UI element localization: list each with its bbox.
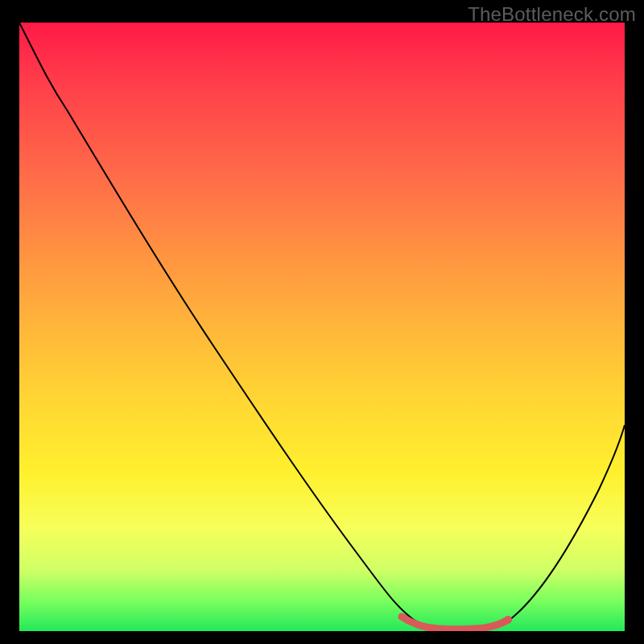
- bottleneck-curve-svg: [19, 23, 625, 631]
- watermark-text: TheBottleneck.com: [468, 3, 636, 26]
- optimal-range-marker: [402, 617, 506, 630]
- bottleneck-curve-line: [19, 23, 625, 630]
- marker-end-dot: [504, 616, 512, 624]
- chart-frame: TheBottleneck.com: [0, 0, 644, 644]
- plot-area: [19, 23, 625, 631]
